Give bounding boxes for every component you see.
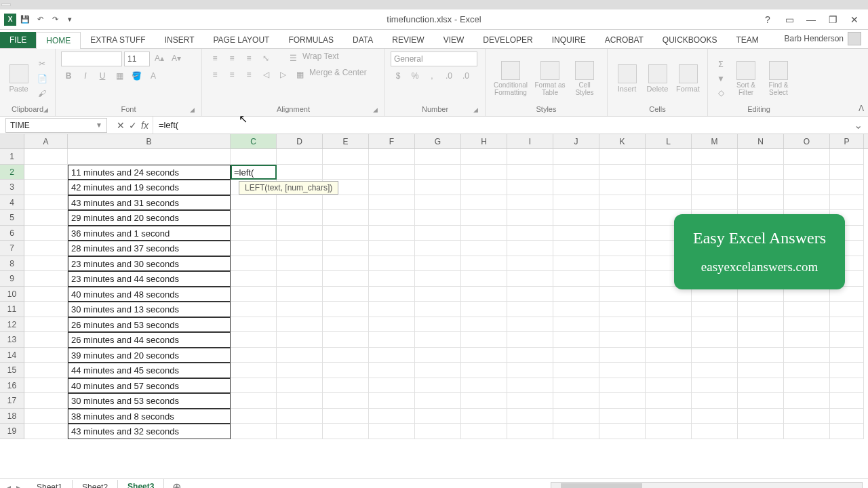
cell-A8[interactable] xyxy=(24,256,68,272)
next-sheet-icon[interactable]: ▸ xyxy=(16,483,20,489)
col-header-A[interactable]: A xyxy=(24,134,68,148)
cell-N17[interactable] xyxy=(738,393,784,409)
formula-input[interactable]: =left( xyxy=(153,120,848,130)
cell-J7[interactable] xyxy=(553,241,599,256)
cell-I17[interactable] xyxy=(507,393,553,409)
tab-data[interactable]: DATA xyxy=(343,32,382,48)
cell-L3[interactable] xyxy=(646,180,692,195)
cell-I16[interactable] xyxy=(507,378,553,394)
cell-O2[interactable] xyxy=(784,165,830,180)
cell-styles-button[interactable]: Cell Styles xyxy=(570,61,599,96)
cell-M12[interactable] xyxy=(692,317,738,333)
tab-developer[interactable]: DEVELOPER xyxy=(473,32,542,48)
cell-A10[interactable] xyxy=(24,287,68,302)
cell-J18[interactable] xyxy=(553,409,599,424)
cell-J11[interactable] xyxy=(553,302,599,317)
cell-E6[interactable] xyxy=(323,226,369,241)
dialog-launcher-icon[interactable]: ◢ xyxy=(373,106,378,113)
cell-G7[interactable] xyxy=(415,241,461,256)
save-icon[interactable]: 💾 xyxy=(19,14,31,26)
cell-M19[interactable] xyxy=(692,424,738,439)
sheet-tab-sheet2[interactable]: Sheet2 xyxy=(73,480,118,489)
cell-A9[interactable] xyxy=(24,271,68,287)
cell-J2[interactable] xyxy=(553,165,599,180)
tab-view[interactable]: VIEW xyxy=(434,32,474,48)
cell-D1[interactable] xyxy=(277,149,323,165)
underline-button[interactable]: U xyxy=(95,69,110,83)
cell-B8[interactable]: 23 minutes and 30 seconds xyxy=(68,256,231,272)
cell-J3[interactable] xyxy=(553,180,599,195)
cell-B6[interactable]: 36 minutes and 1 second xyxy=(68,226,231,241)
row-header-2[interactable]: 2 xyxy=(0,165,24,180)
cell-G16[interactable] xyxy=(415,378,461,394)
comma-icon[interactable]: , xyxy=(425,69,439,83)
row-header-9[interactable]: 9 xyxy=(0,271,24,287)
cell-B2[interactable]: 11 minutes and 24 seconds xyxy=(68,165,231,180)
cell-G15[interactable] xyxy=(415,363,461,378)
row-header-7[interactable]: 7 xyxy=(0,241,24,256)
undo-icon[interactable]: ↶ xyxy=(34,14,46,26)
cell-D17[interactable] xyxy=(277,393,323,409)
cell-G19[interactable] xyxy=(415,424,461,439)
cell-G12[interactable] xyxy=(415,317,461,333)
cell-B18[interactable]: 38 minutes and 8 seconds xyxy=(68,409,231,424)
cell-D9[interactable] xyxy=(277,271,323,287)
cell-F19[interactable] xyxy=(369,424,415,439)
cell-O14[interactable] xyxy=(784,348,830,363)
cell-L15[interactable] xyxy=(646,363,692,378)
cell-C9[interactable] xyxy=(231,271,277,287)
cell-F9[interactable] xyxy=(369,271,415,287)
expand-formula-bar-icon[interactable]: ⌄ xyxy=(848,119,868,131)
increase-decimal-icon[interactable]: .0 xyxy=(441,69,456,83)
row-header-16[interactable]: 16 xyxy=(0,378,24,394)
cell-M16[interactable] xyxy=(692,378,738,394)
cut-icon[interactable]: ✂ xyxy=(35,57,50,70)
cell-B14[interactable]: 39 minutes and 20 seconds xyxy=(68,348,231,363)
cell-B19[interactable]: 43 minutes and 32 seconds xyxy=(68,424,231,439)
cell-B4[interactable]: 43 minutes and 31 seconds xyxy=(68,195,231,211)
col-header-C[interactable]: C xyxy=(231,134,277,148)
cell-C1[interactable] xyxy=(231,149,277,165)
cell-J6[interactable] xyxy=(553,226,599,241)
cell-B11[interactable]: 30 minutes and 13 seconds xyxy=(68,302,231,317)
tab-team[interactable]: TEAM xyxy=(727,32,768,48)
cell-I11[interactable] xyxy=(507,302,553,317)
cell-K15[interactable] xyxy=(599,363,646,378)
cell-H2[interactable] xyxy=(461,165,507,180)
cell-B7[interactable]: 28 minutes and 37 seconds xyxy=(68,241,231,256)
cell-B12[interactable]: 26 minutes and 53 seconds xyxy=(68,317,231,333)
col-header-K[interactable]: K xyxy=(599,134,646,148)
cell-G6[interactable] xyxy=(415,226,461,241)
cell-I18[interactable] xyxy=(507,409,553,424)
cell-H6[interactable] xyxy=(461,226,507,241)
cell-P12[interactable] xyxy=(830,317,864,333)
cell-M2[interactable] xyxy=(692,165,738,180)
cell-O13[interactable] xyxy=(784,332,830,348)
tab-quickbooks[interactable]: QuickBooks xyxy=(653,32,727,48)
cell-I13[interactable] xyxy=(507,332,553,348)
cell-K14[interactable] xyxy=(599,348,646,363)
merge-center-button[interactable]: Merge & Center xyxy=(309,68,367,81)
cell-C11[interactable] xyxy=(231,302,277,317)
cell-E2[interactable] xyxy=(323,165,369,180)
col-header-J[interactable]: J xyxy=(553,134,599,148)
row-header-19[interactable]: 19 xyxy=(0,424,24,439)
cell-M18[interactable] xyxy=(692,409,738,424)
cell-L11[interactable] xyxy=(646,302,692,317)
align-center-icon[interactable]: ≡ xyxy=(224,68,239,81)
cell-F18[interactable] xyxy=(369,409,415,424)
cell-N14[interactable] xyxy=(738,348,784,363)
cell-H1[interactable] xyxy=(461,149,507,165)
cell-D2[interactable] xyxy=(277,165,323,180)
dialog-launcher-icon[interactable]: ◢ xyxy=(190,106,195,113)
font-size-input[interactable] xyxy=(124,52,150,66)
cell-F17[interactable] xyxy=(369,393,415,409)
cell-M1[interactable] xyxy=(692,149,738,165)
decrease-indent-icon[interactable]: ◁ xyxy=(258,68,273,81)
cell-J8[interactable] xyxy=(553,256,599,272)
cell-F4[interactable] xyxy=(369,195,415,211)
cell-F11[interactable] xyxy=(369,302,415,317)
cell-M4[interactable] xyxy=(692,195,738,211)
col-header-D[interactable]: D xyxy=(277,134,323,148)
cell-O18[interactable] xyxy=(784,409,830,424)
